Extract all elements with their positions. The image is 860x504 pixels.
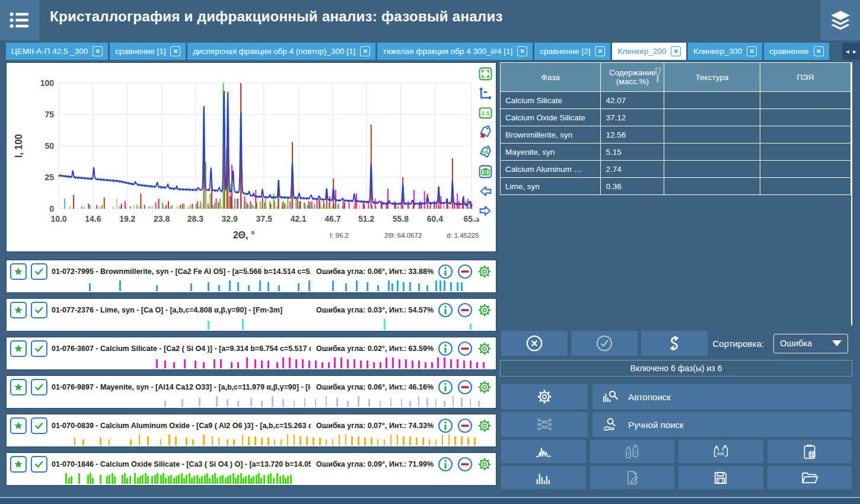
manual-search-button[interactable]: Ручной поиск xyxy=(593,412,852,437)
axes-button[interactable] xyxy=(477,85,493,101)
phase-name-cell[interactable]: Calcium Oxide Silicate xyxy=(501,109,601,126)
phase-favorite-button[interactable] xyxy=(10,340,27,357)
one-to-one-button[interactable]: 1:1 xyxy=(477,105,493,120)
tab-close-icon[interactable]: ✕ xyxy=(671,46,681,56)
phase-favorite-button[interactable] xyxy=(10,263,27,280)
neural-search-button[interactable] xyxy=(501,412,588,437)
main-menu-button[interactable] xyxy=(0,0,39,40)
unit-cell-cell[interactable] xyxy=(760,143,851,161)
phase-enabled-checkbox[interactable] xyxy=(31,263,47,280)
unit-cell-cell[interactable] xyxy=(760,109,851,126)
phase-exclude-button[interactable] xyxy=(457,341,473,356)
tab-close-icon[interactable]: ✕ xyxy=(170,46,180,56)
copy-report-button[interactable] xyxy=(767,440,852,463)
tab-2[interactable]: сравнение [1]✕ xyxy=(110,43,186,60)
phase-favorite-button[interactable] xyxy=(10,302,27,318)
tab-6-active[interactable]: Клинкер_200✕ xyxy=(612,43,686,60)
unit-cell-cell[interactable] xyxy=(760,92,851,109)
phase-enabled-checkbox[interactable] xyxy=(31,340,47,357)
phase-settings-button[interactable] xyxy=(477,264,492,279)
texture-cell[interactable] xyxy=(664,126,760,143)
edit-report-button[interactable] xyxy=(590,466,675,489)
sort-select[interactable]: Ошибка xyxy=(773,334,848,353)
arrow-left-button[interactable] xyxy=(477,183,493,199)
enable-all-phases-button[interactable] xyxy=(571,331,638,356)
arrow-right-button[interactable] xyxy=(477,203,493,218)
column-header-2[interactable]: Содержание (масс.%) xyxy=(601,63,664,92)
disable-all-phases-button[interactable] xyxy=(501,331,568,356)
phase-favorite-button[interactable] xyxy=(10,456,27,473)
tab-close-icon[interactable]: ✕ xyxy=(595,46,605,56)
tab-close-icon[interactable]: ✕ xyxy=(814,46,824,56)
quantitative-analysis-button[interactable]: gg xyxy=(590,440,675,463)
autosearch-button[interactable]: Автопоиск xyxy=(593,384,852,409)
phase-info-button[interactable] xyxy=(438,457,453,472)
texture-cell[interactable] xyxy=(664,143,760,161)
column-header-3[interactable]: Текстура xyxy=(664,63,760,92)
invert-phases-button[interactable] xyxy=(641,331,708,356)
phase-settings-button[interactable] xyxy=(477,457,492,472)
phase-exclude-button[interactable] xyxy=(457,379,473,395)
phase-info-button[interactable] xyxy=(438,341,453,356)
tab-scroll-left-icon[interactable]: ◄ xyxy=(845,49,851,55)
profile-view-button[interactable] xyxy=(501,440,586,463)
content-cell[interactable]: 2.74 xyxy=(601,161,664,178)
texture-cell[interactable] xyxy=(664,92,760,109)
phase-favorite-button[interactable] xyxy=(10,417,27,434)
tag-remove-button[interactable] xyxy=(477,125,493,140)
tag-20-button[interactable]: 20 xyxy=(477,144,493,160)
search-settings-button[interactable] xyxy=(501,384,588,409)
diffraction-chart[interactable]: 100755025010.014.619.223.828.332.937.542… xyxy=(7,63,496,251)
phase-settings-button[interactable] xyxy=(477,302,492,318)
camera-button[interactable] xyxy=(477,164,493,179)
layers-button[interactable] xyxy=(821,0,860,40)
phase-enabled-checkbox[interactable] xyxy=(31,417,47,434)
content-cell[interactable]: 12.56 xyxy=(601,126,664,143)
phase-name-cell[interactable]: Calcium Silicate xyxy=(501,92,601,109)
content-cell[interactable]: 37.12 xyxy=(601,109,664,126)
phase-info-button[interactable] xyxy=(438,418,453,433)
tab-scroll-right-icon[interactable]: ► xyxy=(852,49,858,55)
phase-name-cell[interactable]: Calcium Aluminum … xyxy=(501,161,601,178)
phase-name-cell[interactable]: Brownmillerite, syn xyxy=(501,126,601,143)
tab-7[interactable]: Клинкер_300✕ xyxy=(688,43,762,60)
texture-cell[interactable] xyxy=(664,109,760,126)
phase-exclude-button[interactable] xyxy=(457,418,473,433)
tab-3[interactable]: дисперсная фракция обр 4 (повтор)_300 [1… xyxy=(187,43,375,60)
tab-4[interactable]: тяжелая фракция обр 4 300_i#4 [1]✕ xyxy=(377,43,533,60)
unit-cell-cell[interactable] xyxy=(760,126,851,143)
content-cell[interactable]: 0.36 xyxy=(601,178,664,195)
unit-cell-cell[interactable] xyxy=(760,161,851,178)
phase-name-cell[interactable]: Mayenite, syn xyxy=(501,143,601,161)
column-header-4[interactable]: ПЭЯ xyxy=(760,63,851,92)
content-cell[interactable]: 5.15 xyxy=(601,143,664,161)
phase-info-button[interactable] xyxy=(438,264,453,279)
tab-close-icon[interactable]: ✕ xyxy=(360,46,370,56)
diffraction-chart-panel[interactable]: 100755025010.014.619.223.828.332.937.542… xyxy=(6,62,496,252)
tab-close-icon[interactable]: ✕ xyxy=(747,46,757,56)
phase-info-button[interactable] xyxy=(438,302,453,318)
column-header-1[interactable]: Фаза xyxy=(501,63,601,92)
tab-5[interactable]: сравнение [2]✕ xyxy=(534,43,610,60)
content-cell[interactable]: 42.07 xyxy=(601,92,664,109)
phase-exclude-button[interactable] xyxy=(457,457,473,472)
phase-enabled-checkbox[interactable] xyxy=(31,302,47,318)
phase-name-cell[interactable]: Lime, syn xyxy=(501,178,601,195)
phase-info-button[interactable] xyxy=(438,379,453,395)
texture-cell[interactable] xyxy=(664,161,760,178)
phase-exclude-button[interactable] xyxy=(457,302,473,318)
tab-close-icon[interactable]: ✕ xyxy=(93,46,103,56)
phase-settings-button[interactable] xyxy=(477,341,492,356)
phase-enabled-checkbox[interactable] xyxy=(31,379,47,395)
tab-1[interactable]: ЦЕМII-А-П 42.5 _300✕ xyxy=(6,43,108,60)
save-button[interactable] xyxy=(679,466,763,489)
rir-analysis-button[interactable]: RIR xyxy=(679,440,763,463)
tab-close-icon[interactable]: ✕ xyxy=(517,46,527,56)
phase-settings-button[interactable] xyxy=(477,418,492,433)
phase-exclude-button[interactable] xyxy=(457,264,473,279)
open-button[interactable] xyxy=(767,466,852,489)
unit-cell-cell[interactable] xyxy=(760,178,851,195)
tab-8[interactable]: сравнение✕ xyxy=(764,43,829,60)
phase-enabled-checkbox[interactable] xyxy=(31,456,47,473)
phase-favorite-button[interactable] xyxy=(10,379,27,395)
